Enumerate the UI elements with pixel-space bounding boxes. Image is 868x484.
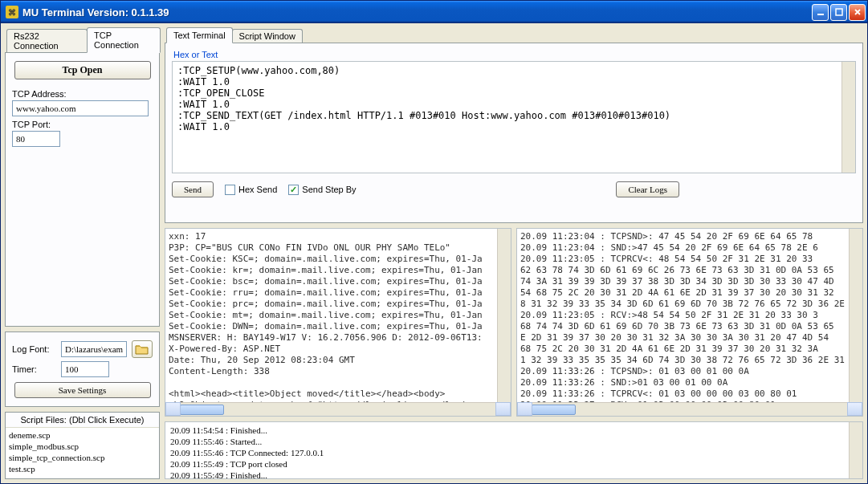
lower-area: xxn: 17 P3P: CP="BUS CUR CONo FIN IVDo O…: [165, 223, 863, 479]
save-settings-button[interactable]: Save Settings: [14, 382, 151, 398]
right-tabs: Text Terminal Script Window: [166, 27, 863, 43]
send-step-by-checkbox[interactable]: Send Step By: [288, 185, 356, 195]
browse-folder-button[interactable]: [132, 340, 153, 358]
left-log-pane[interactable]: xxn: 17 P3P: CP="BUS CUR CONo FIN IVDo O…: [165, 228, 511, 417]
status-line: 20.09 11:55:46 : TCP Connected: 127.0.0.…: [170, 447, 858, 458]
script-file-item[interactable]: test.scp: [9, 463, 156, 474]
scrollbar-horizontal[interactable]: [165, 402, 511, 416]
log-split: xxn: 17 P3P: CP="BUS CUR CONo FIN IVDo O…: [165, 228, 863, 417]
titlebar: ⌘ MU Terminal Version: 0.1.1.39: [1, 1, 867, 23]
minimize-button[interactable]: [812, 4, 829, 21]
script-files-panel: Script Files: (Dbl Click Execute) deneme…: [5, 412, 160, 479]
right-log-text: 20.09 11:23:04 : TCPSND>: 47 45 54 20 2F…: [517, 229, 862, 402]
checkbox-icon: [225, 185, 235, 195]
right-log-pane[interactable]: 20.09 11:23:04 : TCPSND>: 47 45 54 20 2F…: [516, 228, 863, 417]
status-line: 20.09 11:55:49 : Finished...: [170, 470, 858, 479]
scrollbar-vertical[interactable]: [842, 62, 855, 173]
tcp-address-label: TCP Address:: [12, 89, 153, 99]
maximize-button[interactable]: [830, 4, 847, 21]
send-step-by-label: Send Step By: [302, 185, 356, 194]
tcp-address-input[interactable]: [12, 100, 149, 116]
timer-row: Timer:: [12, 361, 153, 377]
status-line: 20.09 11:54:54 : Finished...: [170, 425, 858, 436]
hex-send-label: Hex Send: [238, 185, 277, 194]
svg-rect-1: [836, 9, 842, 15]
right-panel: Text Terminal Script Window Hex or Text …: [165, 27, 863, 479]
close-button[interactable]: [849, 4, 866, 21]
command-textarea[interactable]: :TCP_SETUP(www.yahoo.com,80) :WAIT 1.0 :…: [172, 61, 856, 173]
log-font-input[interactable]: [61, 341, 127, 357]
svg-rect-0: [817, 14, 824, 15]
timer-input[interactable]: [61, 361, 109, 377]
client-area: Rs232 Connection TCP Connection Tcp Open…: [1, 23, 867, 483]
log-font-label: Log Font:: [12, 344, 56, 354]
left-panel: Rs232 Connection TCP Connection Tcp Open…: [5, 27, 160, 479]
hex-send-checkbox[interactable]: Hex Send: [225, 185, 277, 195]
scrollbar-horizontal[interactable]: [517, 402, 862, 416]
app-icon: ⌘: [6, 6, 18, 18]
script-file-item[interactable]: deneme.scp: [9, 429, 156, 441]
command-text: :TCP_SETUP(www.yahoo.com,80) :WAIT 1.0 :…: [177, 65, 850, 132]
tab-tcp[interactable]: TCP Connection: [87, 27, 161, 53]
scrollbar-vertical[interactable]: [849, 422, 862, 478]
tab-script-window[interactable]: Script Window: [232, 29, 303, 43]
scrollbar-vertical[interactable]: [497, 229, 511, 402]
app-window: ⌘ MU Terminal Version: 0.1.1.39 Rs232 Co…: [0, 0, 868, 484]
send-controls: Send Hex Send Send Step By Clear Logs: [172, 181, 856, 197]
settings-panel: Log Font: Timer: Save Settings: [5, 331, 160, 407]
script-files-list[interactable]: deneme.scpsimple_modbus.scpsimple_tcp_co…: [6, 428, 159, 478]
log-font-row: Log Font:: [12, 340, 153, 358]
status-line: 20.09 11:55:46 : Started...: [170, 436, 858, 447]
folder-icon: [135, 344, 149, 355]
tab-text-terminal[interactable]: Text Terminal: [166, 27, 233, 43]
window-controls: [812, 4, 866, 21]
scrollbar-thumb[interactable]: [180, 405, 224, 415]
timer-label: Timer:: [12, 364, 56, 374]
script-file-item[interactable]: simple_modbus.scp: [9, 441, 156, 452]
script-files-header: Script Files: (Dbl Click Execute): [6, 413, 159, 428]
script-file-item[interactable]: simple_tcp_connection.scp: [9, 452, 156, 463]
scrollbar-thumb[interactable]: [532, 405, 576, 415]
connection-panel: Tcp Open TCP Address: TCP Port:: [5, 52, 160, 327]
clear-logs-button[interactable]: Clear Logs: [616, 181, 679, 197]
tcp-open-button[interactable]: Tcp Open: [14, 61, 151, 79]
send-button[interactable]: Send: [172, 181, 214, 197]
text-terminal-panel: Hex or Text :TCP_SETUP(www.yahoo.com,80)…: [165, 43, 863, 223]
hex-or-text-label: Hex or Text: [173, 50, 856, 59]
scrollbar-vertical[interactable]: [849, 229, 862, 402]
tab-rs232[interactable]: Rs232 Connection: [6, 29, 88, 52]
tcp-port-label: TCP Port:: [12, 120, 153, 129]
left-tabs: Rs232 Connection TCP Connection: [6, 27, 160, 52]
tcp-port-input[interactable]: [12, 131, 60, 147]
status-line: 20.09 11:55:49 : TCP port closed: [170, 458, 858, 470]
status-log[interactable]: 20.09 11:54:54 : Finished...20.09 11:55:…: [165, 421, 863, 479]
checkbox-icon: [288, 185, 299, 195]
left-log-text: xxn: 17 P3P: CP="BUS CUR CONo FIN IVDo O…: [165, 229, 511, 402]
window-title: MU Terminal Version: 0.1.1.39: [22, 6, 812, 18]
